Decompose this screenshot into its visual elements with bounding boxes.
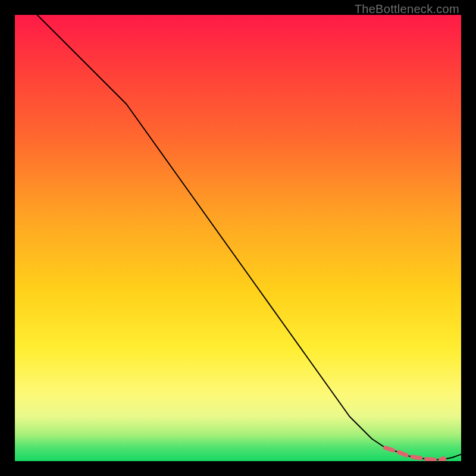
sweet-spot-end-dot — [440, 456, 446, 461]
watermark-text: TheBottleneck.com — [355, 2, 459, 16]
chart-overlay-svg — [15, 15, 461, 461]
bottleneck-curve — [37, 15, 462, 460]
chart-stage: TheBottleneck.com — [0, 0, 476, 476]
sweet-spot-highlight — [386, 448, 444, 460]
chart-plot-area — [15, 15, 461, 461]
